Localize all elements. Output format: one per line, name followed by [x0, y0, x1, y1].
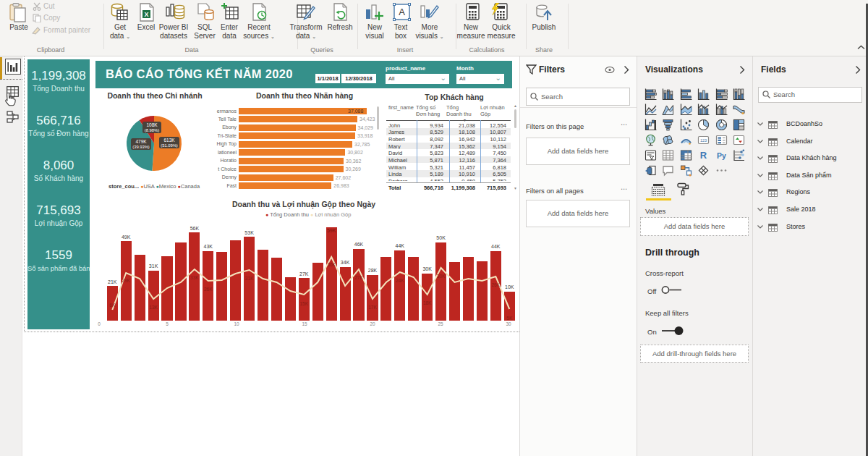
svg-text:R: R — [700, 150, 707, 161]
svg-text:Py: Py — [717, 151, 726, 160]
svg-text:123: 123 — [700, 138, 707, 143]
